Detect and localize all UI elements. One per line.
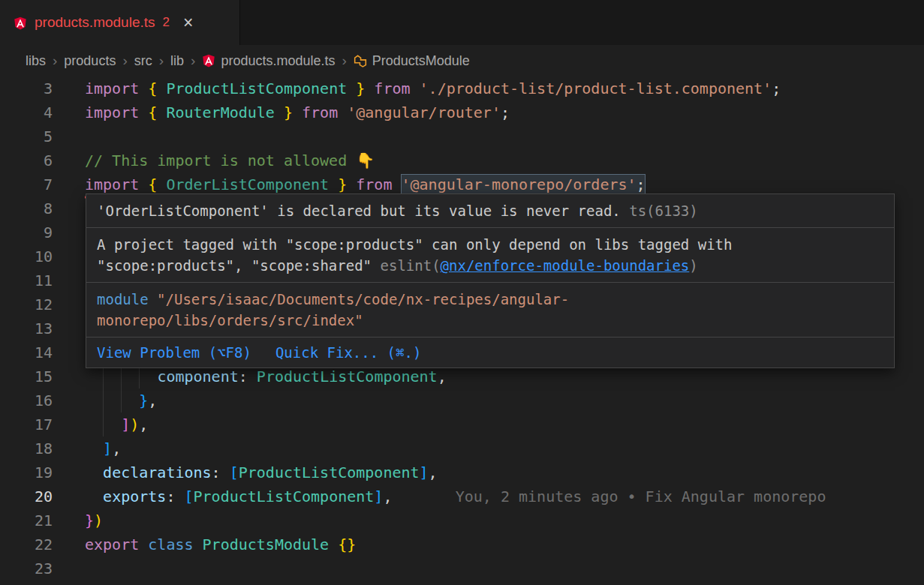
line-content[interactable]: // This import is not allowed 👇 (85, 148, 375, 172)
code-token: ) (94, 512, 103, 530)
line-number[interactable]: 7 (0, 172, 53, 196)
line-number[interactable]: 17 (0, 412, 53, 436)
code-token (329, 536, 338, 554)
code-token: ; (637, 176, 646, 194)
line-content[interactable]: export class ProductsModule {} (85, 532, 356, 556)
line-number[interactable]: 3 (0, 76, 53, 100)
line-content[interactable]: }) (85, 508, 103, 532)
code-line-6: 6// This import is not allowed 👇 (0, 148, 924, 172)
breadcrumb-item-libs[interactable]: libs (26, 53, 46, 69)
line-number[interactable]: 16 (0, 388, 53, 412)
line-number[interactable]: 15 (0, 364, 53, 388)
module-path-line1: module "/Users/isaac/Documents/code/nx-r… (97, 289, 883, 310)
chevron-right-icon: › (122, 52, 127, 69)
code-token: ] (121, 416, 130, 434)
breadcrumb-item-file[interactable]: products.module.ts (202, 53, 335, 69)
line-number[interactable]: 19 (0, 460, 53, 484)
line-number[interactable]: 5 (0, 124, 53, 148)
vscode-window: products.module.ts 2 × libs › products ›… (0, 0, 924, 580)
indent-guide (85, 412, 103, 436)
line-content[interactable]: }, (85, 388, 157, 412)
line-number[interactable]: 10 (0, 244, 53, 268)
line-number[interactable]: 12 (0, 292, 53, 316)
line-content[interactable]: exports: [ProductListComponent],You, 2 m… (85, 484, 826, 508)
line-content[interactable]: import { RouterModule } from '@angular/r… (85, 100, 510, 124)
code-token: , (112, 440, 121, 458)
code-token: , (429, 464, 438, 482)
code-token: ) (130, 416, 139, 434)
tab-bar-empty-space (240, 0, 924, 45)
indent-guide (103, 412, 121, 436)
git-blame-annotation: You, 2 minutes ago • Fix Angular monorep… (456, 488, 826, 506)
hover-actions: View Problem (⌥F8) Quick Fix... (⌘.) (86, 338, 894, 368)
code-token: '@angular/router' (347, 104, 501, 122)
code-token: , (139, 416, 148, 434)
module-info: module "/Users/isaac/Documents/code/nx-r… (86, 283, 894, 338)
code-token: exports (103, 488, 166, 506)
quick-fix-button[interactable]: Quick Fix... (⌘.) (275, 344, 421, 362)
tab-bar: products.module.ts 2 × (0, 0, 924, 45)
line-content[interactable]: import { ProductListComponent } from './… (85, 76, 781, 100)
line-number[interactable]: 4 (0, 100, 53, 124)
eslint-message-line1: A project tagged with "scope:products" c… (97, 234, 883, 255)
eslint-message-line2: "scope:products", "scope:shared" eslint(… (97, 255, 883, 276)
breadcrumb-item-src[interactable]: src (134, 53, 152, 69)
breadcrumb-item-products[interactable]: products (64, 53, 116, 69)
breadcrumb-item-lib[interactable]: lib (170, 53, 184, 69)
code-token: { (148, 104, 166, 122)
indent-guide (85, 436, 103, 460)
code-token: from (302, 104, 347, 122)
chevron-right-icon: › (159, 52, 164, 69)
code-token: : (239, 368, 257, 386)
code-token: ProductListComponent (257, 368, 438, 386)
code-token: ProductListComponent (166, 80, 347, 98)
line-content[interactable]: declarations: [ProductListComponent], (85, 460, 438, 484)
code-line-22: 22export class ProductsModule {} (0, 532, 924, 556)
code-token: import (85, 104, 148, 122)
line-number[interactable]: 20 (0, 484, 53, 508)
code-token: : (212, 464, 230, 482)
view-problem-button[interactable]: View Problem (⌥F8) (97, 344, 251, 362)
breadcrumb-file-label: products.module.ts (221, 53, 335, 69)
code-token: from (356, 176, 401, 194)
line-number[interactable]: 6 (0, 148, 53, 172)
code-token: './product-list/product-list.component' (420, 80, 772, 98)
code-token: } (275, 104, 302, 122)
code-token: ProductListComponent (194, 488, 375, 506)
code-line-17: 17 ]), (0, 412, 924, 436)
code-token: export (85, 536, 148, 554)
code-line-21: 21}) (0, 508, 924, 532)
eslint-rule-link[interactable]: @nx/enforce-module-boundaries (441, 257, 690, 274)
code-token: ] (374, 488, 383, 506)
hover-popup: 'OrderListComponent' is declared but its… (86, 194, 895, 368)
code-token: {} (338, 536, 356, 554)
indent-guide (85, 388, 103, 412)
eslint-source-open: eslint( (381, 257, 441, 274)
indent-guide (121, 388, 139, 412)
line-number[interactable]: 23 (0, 556, 53, 580)
module-keyword: module (97, 291, 149, 308)
code-token: : (166, 488, 184, 506)
close-icon[interactable]: × (183, 14, 193, 32)
code-editor[interactable]: 3import { ProductListComponent } from '.… (0, 76, 924, 580)
code-token: , (438, 368, 447, 386)
line-content[interactable]: ], (85, 436, 121, 460)
code-token: // This import is not allowed 👇 (85, 152, 375, 170)
line-number[interactable]: 22 (0, 532, 53, 556)
code-line-16: 16 }, (0, 388, 924, 412)
line-number[interactable]: 18 (0, 436, 53, 460)
chevron-right-icon: › (191, 52, 195, 69)
line-content[interactable]: ]), (85, 412, 148, 436)
line-number[interactable]: 8 (0, 196, 53, 220)
code-token: , (148, 392, 157, 410)
line-number[interactable]: 14 (0, 340, 53, 364)
breadcrumb-item-symbol[interactable]: ProductsModule (354, 53, 470, 69)
tab-products-module[interactable]: products.module.ts 2 × (0, 0, 240, 45)
line-number[interactable]: 21 (0, 508, 53, 532)
symbol-class-icon (354, 54, 367, 68)
code-line-18: 18 ], (0, 436, 924, 460)
line-number[interactable]: 11 (0, 268, 53, 292)
line-number[interactable]: 13 (0, 316, 53, 340)
code-token: [ (184, 488, 193, 506)
line-number[interactable]: 9 (0, 220, 53, 244)
